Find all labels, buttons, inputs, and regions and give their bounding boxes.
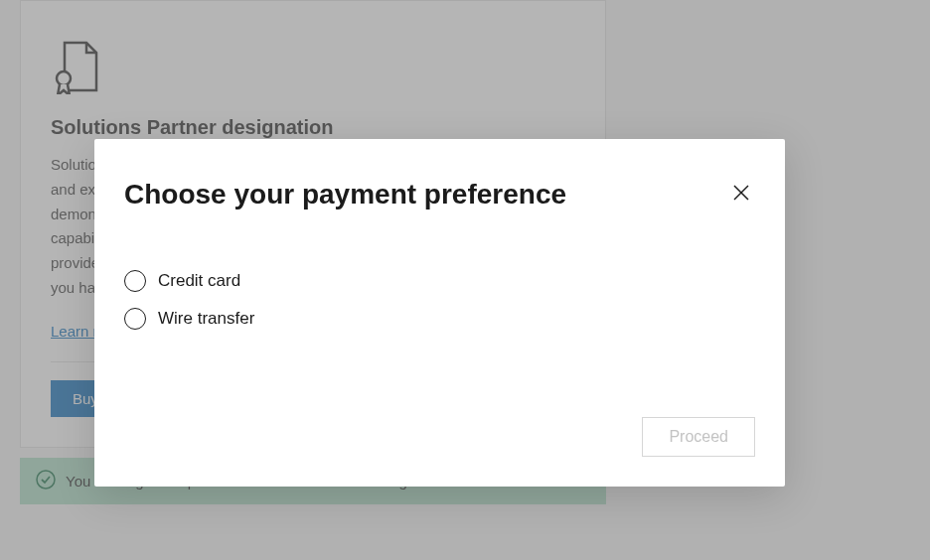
modal-title: Choose your payment preference — [124, 179, 566, 210]
wire-transfer-option[interactable]: Wire transfer — [124, 308, 755, 330]
proceed-button[interactable]: Proceed — [642, 417, 755, 457]
wire-transfer-label: Wire transfer — [158, 309, 254, 329]
payment-preference-modal: Choose your payment preference Credit ca… — [94, 139, 785, 487]
radio-icon — [124, 308, 146, 330]
modal-footer: Proceed — [124, 417, 755, 457]
credit-card-label: Credit card — [158, 271, 240, 291]
close-icon — [731, 191, 751, 206]
credit-card-option[interactable]: Credit card — [124, 270, 755, 292]
radio-icon — [124, 270, 146, 292]
payment-options: Credit card Wire transfer — [124, 270, 755, 346]
close-button[interactable] — [727, 179, 755, 210]
modal-header: Choose your payment preference — [124, 179, 755, 210]
